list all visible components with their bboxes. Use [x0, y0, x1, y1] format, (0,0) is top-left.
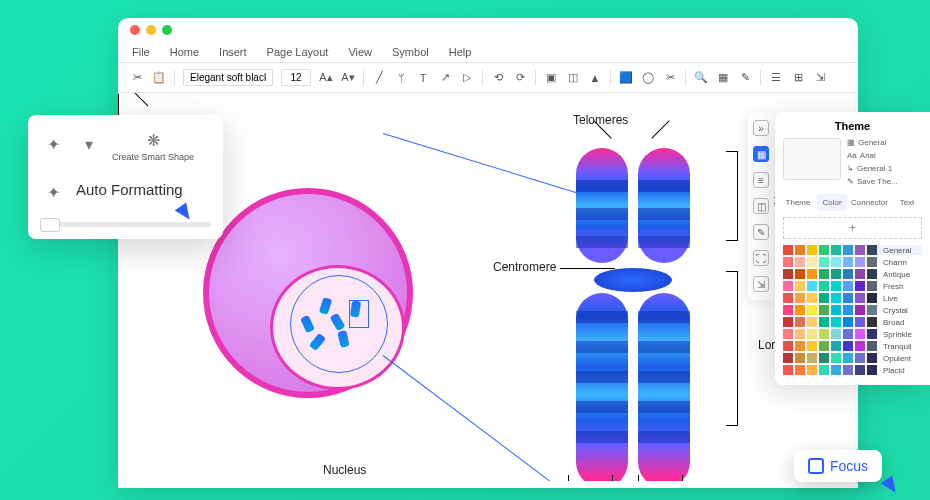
chart-icon[interactable]: ◫ [566, 71, 580, 85]
rail-style-icon[interactable]: ✎ [753, 224, 769, 240]
color-swatch[interactable] [807, 245, 817, 255]
color-swatch[interactable] [783, 329, 793, 339]
color-swatch[interactable] [783, 317, 793, 327]
font-dec-icon[interactable]: A▾ [341, 71, 355, 85]
color-swatch[interactable] [867, 245, 877, 255]
color-swatch[interactable] [807, 329, 817, 339]
color-swatch[interactable] [855, 317, 865, 327]
sparkle-icon[interactable]: ✦ [40, 132, 66, 158]
add-palette-button[interactable]: + [783, 217, 922, 239]
color-swatch[interactable] [807, 269, 817, 279]
menu-page-layout[interactable]: Page Layout [267, 46, 329, 58]
stroke-icon[interactable]: ◯ [641, 71, 655, 85]
color-swatch[interactable] [831, 353, 841, 363]
palette-row[interactable]: Sprinkle [783, 329, 922, 339]
smart-shape-icon[interactable]: ❋ [140, 127, 166, 153]
color-swatch[interactable] [867, 353, 877, 363]
color-swatch[interactable] [807, 341, 817, 351]
color-swatch[interactable] [831, 305, 841, 315]
fill-icon[interactable]: 🟦 [619, 71, 633, 85]
color-swatch[interactable] [807, 317, 817, 327]
color-swatch[interactable] [783, 305, 793, 315]
menu-view[interactable]: View [348, 46, 372, 58]
arrow-icon[interactable]: ↗ [438, 71, 452, 85]
color-swatch[interactable] [807, 305, 817, 315]
color-swatch[interactable] [843, 317, 853, 327]
color-swatch[interactable] [831, 317, 841, 327]
color-swatch[interactable] [867, 317, 877, 327]
canvas[interactable]: Nucleus Telomeres [118, 93, 858, 481]
rail-shapes-icon[interactable]: ◫ [753, 198, 769, 214]
color-swatch[interactable] [843, 245, 853, 255]
color-swatch[interactable] [795, 269, 805, 279]
palette-row[interactable]: Antique [783, 269, 922, 279]
color-swatch[interactable] [807, 353, 817, 363]
tab-connector[interactable]: Connector [851, 194, 888, 211]
color-swatch[interactable] [855, 257, 865, 267]
color-swatch[interactable] [843, 365, 853, 375]
color-swatch[interactable] [843, 281, 853, 291]
menu-insert[interactable]: Insert [219, 46, 247, 58]
redo-icon[interactable]: ⟳ [513, 71, 527, 85]
color-swatch[interactable] [831, 293, 841, 303]
color-swatch[interactable] [855, 341, 865, 351]
rail-share-icon[interactable]: ⇲ [753, 276, 769, 292]
color-swatch[interactable] [819, 329, 829, 339]
color-swatch[interactable] [819, 341, 829, 351]
palette-row[interactable]: Charm [783, 257, 922, 267]
focus-button[interactable]: Focus [794, 450, 882, 482]
color-swatch[interactable] [867, 341, 877, 351]
color-swatch[interactable] [867, 305, 877, 315]
palette-row[interactable]: General [783, 245, 922, 255]
color-swatch[interactable] [855, 281, 865, 291]
rail-layers-icon[interactable]: ≡ [753, 172, 769, 188]
connector-icon[interactable]: ᛘ [394, 71, 408, 85]
color-swatch[interactable] [795, 329, 805, 339]
menu-help[interactable]: Help [449, 46, 472, 58]
auto-formatting-slider[interactable] [40, 222, 211, 227]
color-swatch[interactable] [783, 245, 793, 255]
color-swatch[interactable] [843, 353, 853, 363]
color-swatch[interactable] [855, 245, 865, 255]
crop-icon[interactable]: ✂ [663, 71, 677, 85]
color-swatch[interactable] [867, 257, 877, 267]
color-swatch[interactable] [819, 257, 829, 267]
minimize-dot[interactable] [146, 25, 156, 35]
layout-icon[interactable]: ⊞ [791, 71, 805, 85]
color-swatch[interactable] [783, 293, 793, 303]
theme-opt-save[interactable]: ✎Save The... [847, 177, 898, 186]
color-swatch[interactable] [867, 281, 877, 291]
tab-theme[interactable]: Theme [783, 194, 813, 211]
color-swatch[interactable] [843, 329, 853, 339]
color-swatch[interactable] [795, 281, 805, 291]
color-swatch[interactable] [819, 353, 829, 363]
shape-icon[interactable]: ▲ [588, 71, 602, 85]
color-swatch[interactable] [819, 317, 829, 327]
color-swatch[interactable] [783, 269, 793, 279]
undo-icon[interactable]: ⟲ [491, 71, 505, 85]
theme-opt-general[interactable]: ▦General [847, 138, 898, 147]
color-swatch[interactable] [855, 293, 865, 303]
color-swatch[interactable] [867, 293, 877, 303]
rail-fullscreen-icon[interactable]: ⛶ [753, 250, 769, 266]
color-swatch[interactable] [795, 293, 805, 303]
color-swatch[interactable] [807, 365, 817, 375]
tab-color[interactable]: Color [817, 194, 847, 211]
color-swatch[interactable] [783, 257, 793, 267]
palette-row[interactable]: Broad [783, 317, 922, 327]
color-swatch[interactable] [831, 281, 841, 291]
color-swatch[interactable] [807, 293, 817, 303]
color-swatch[interactable] [795, 305, 805, 315]
color-swatch[interactable] [819, 269, 829, 279]
menu-file[interactable]: File [132, 46, 150, 58]
font-select[interactable] [183, 69, 273, 86]
color-swatch[interactable] [831, 245, 841, 255]
color-swatch[interactable] [819, 293, 829, 303]
color-swatch[interactable] [855, 353, 865, 363]
search-icon[interactable]: 🔍 [694, 71, 708, 85]
color-swatch[interactable] [783, 365, 793, 375]
palette-row[interactable]: Fresh [783, 281, 922, 291]
color-swatch[interactable] [783, 353, 793, 363]
font-inc-icon[interactable]: A▴ [319, 71, 333, 85]
color-swatch[interactable] [867, 365, 877, 375]
